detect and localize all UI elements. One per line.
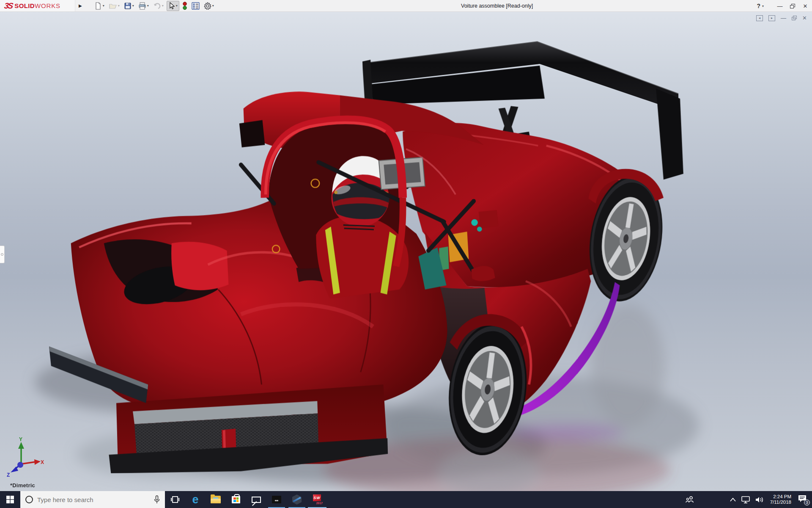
network-icon[interactable]: [741, 496, 750, 503]
new-document-icon: [94, 2, 102, 10]
print-button[interactable]: ▾: [137, 1, 150, 11]
brand-works: WORKS: [35, 2, 60, 9]
file-explorer-icon: [211, 496, 221, 503]
graphics-viewport[interactable]: ◂ ▸ — ✕ Y X Z *Dimetric: [0, 12, 812, 491]
select-cursor-icon: [168, 2, 175, 10]
titlebar-controls: ?▾ — ✕: [757, 0, 809, 12]
display-pane-icon: [192, 2, 200, 10]
solidworks-logo: 3S SOLIDWORKS: [0, 0, 75, 11]
view-orientation-label: *Dimetric: [10, 482, 35, 489]
document-close-button[interactable]: ✕: [802, 15, 807, 21]
edge-icon: e: [192, 494, 198, 505]
volume-icon[interactable]: [755, 496, 764, 503]
open-button[interactable]: ▾: [107, 1, 121, 11]
command-prompt-button[interactable]: C:\ C:\_: [266, 491, 287, 508]
people-icon[interactable]: [685, 496, 694, 503]
search-input[interactable]: [37, 496, 150, 503]
orientation-triad: Y X Z: [3, 436, 44, 477]
document-window-controls: ◂ ▸ — ✕: [756, 15, 807, 21]
start-button[interactable]: [0, 491, 20, 508]
command-prompt-icon: C:\ C:\_: [272, 496, 281, 503]
undo-button[interactable]: ▾: [152, 1, 165, 10]
taskbar: e C:\ C:\_ SW: [0, 491, 812, 508]
help-button[interactable]: ?▾: [757, 3, 764, 9]
save-button[interactable]: ▾: [123, 1, 135, 11]
cortana-icon: [25, 496, 33, 503]
traffic-light-button[interactable]: [181, 1, 189, 11]
mail-button[interactable]: [246, 491, 266, 508]
titlebar: 3S SOLIDWORKS ▶ ▾ ▾ ▾ ▾ ▾: [0, 0, 812, 12]
new-document-button[interactable]: ▾: [93, 1, 106, 11]
pane-right-icon[interactable]: ▸: [768, 15, 775, 21]
store-button[interactable]: [226, 491, 246, 508]
pane-left-icon[interactable]: ◂: [756, 15, 763, 21]
taskbar-search[interactable]: [20, 491, 165, 508]
quick-access-toolbar: ▾ ▾ ▾ ▾ ▾ ▾: [93, 0, 215, 12]
featuremanager-splitter-handle[interactable]: [0, 246, 5, 263]
display-pane-button[interactable]: [190, 1, 201, 11]
hexagon-app-icon: [292, 494, 302, 505]
save-floppy-icon: [124, 2, 132, 10]
window-title: Voiture assomblee [Read-only]: [461, 0, 533, 12]
windows-logo-icon: [6, 496, 14, 503]
clock-date: 7/11/2018: [770, 500, 791, 505]
options-button[interactable]: ▾: [203, 1, 215, 11]
open-folder-icon: [109, 2, 117, 10]
triad-x-label: X: [41, 459, 44, 465]
restore-button[interactable]: [790, 4, 795, 8]
solidworks-2017-icon: SW 2017: [312, 494, 323, 505]
inner-fender-panel: [171, 242, 228, 290]
close-button[interactable]: ✕: [801, 3, 809, 9]
hexagon-app-button[interactable]: [287, 491, 307, 508]
store-icon: [232, 496, 240, 503]
ds-mark-icon: 3S: [3, 1, 13, 11]
print-icon: [138, 2, 146, 10]
toolbar-flyout-arrow[interactable]: ▶: [79, 3, 82, 8]
microphone-icon[interactable]: [154, 495, 160, 504]
brand-solid: SOLID: [14, 2, 35, 9]
task-view-button[interactable]: [165, 491, 185, 508]
file-explorer-button[interactable]: [206, 491, 226, 508]
traffic-light-icon: [182, 2, 187, 10]
edge-button[interactable]: e: [185, 491, 206, 508]
tray-overflow-chevron-icon[interactable]: [730, 498, 736, 502]
document-restore-button[interactable]: [792, 16, 797, 20]
triad-z-label: Z: [7, 472, 10, 477]
action-center-button[interactable]: 3: [798, 494, 809, 505]
triad-y-label: Y: [19, 436, 22, 442]
select-button[interactable]: ▾: [167, 1, 179, 11]
car-model-render: [0, 12, 812, 491]
notification-badge: 3: [804, 500, 810, 505]
solidworks-2017-button[interactable]: SW 2017: [307, 491, 327, 508]
mirror: [479, 210, 499, 228]
clock-time: 2:24 PM: [770, 494, 791, 500]
system-tray: 2:24 PM 7/11/2018 3: [685, 491, 812, 508]
taskbar-clock[interactable]: 2:24 PM 7/11/2018: [769, 494, 792, 505]
minimize-button[interactable]: —: [776, 3, 784, 9]
desktop: 3S SOLIDWORKS ▶ ▾ ▾ ▾ ▾ ▾: [0, 0, 812, 508]
mail-icon: [252, 497, 261, 503]
document-minimize-button[interactable]: —: [781, 15, 786, 21]
gear-icon: [204, 2, 211, 10]
task-view-icon: [171, 496, 179, 503]
undo-arrow-icon: [153, 2, 161, 9]
